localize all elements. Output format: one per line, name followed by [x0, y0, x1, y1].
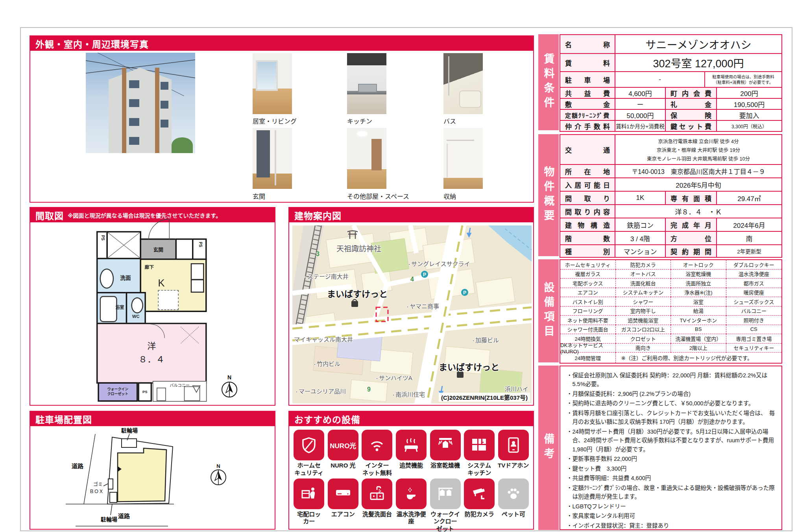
photo-storage [443, 128, 483, 189]
equipment-item: オートバス [616, 270, 671, 279]
row-label: 町内会費 [670, 88, 711, 98]
row-value: 賃料1か月分+消費税 [615, 121, 666, 131]
map-place-label: 浜川ハイ [505, 384, 528, 393]
map-place-text: まいばすけっと [327, 289, 388, 299]
equipment-item: 追焚機能浴室 [616, 316, 671, 325]
facility-label: 追焚機能 [399, 462, 423, 469]
equipment-footer-row: 24時間管理 ※（注）ご利用の際、別途カートリッジ代が必要です。 [560, 353, 781, 363]
door-edge [275, 130, 276, 185]
map-place-text: 浜川ハイ [505, 386, 528, 392]
overview-section-label: 物件概要 [541, 166, 556, 224]
row-value: 1K [615, 192, 666, 204]
kitchen-counter [191, 263, 204, 280]
equipment-item: 照明付き [726, 316, 782, 325]
equipment-item: 2階以上 [671, 344, 726, 353]
remark-item: ・保証会社原則加入 保証委託料 契約時：22,000円 月額：賃料総額の2.2%… [567, 371, 775, 389]
room-wic: ウォークイン クローゼット [98, 382, 138, 402]
room-yokushitsu: 浴室 [96, 292, 127, 324]
equipment-item: バストイレ別 [560, 297, 616, 307]
row-label: 賃料 [565, 58, 610, 68]
bathtub [459, 91, 481, 108]
photo-bath [443, 53, 483, 114]
equipment-item: 防犯カメラ [616, 260, 671, 270]
facility-label: 宅配ロッ カー [297, 511, 321, 526]
map-copyright: (C)2026ZENRIN(Z10LE第037号) [439, 393, 530, 402]
map-place-text: 加藤ビル [475, 337, 499, 344]
map-block-number: 3 [316, 251, 320, 258]
equipment-item: 浴室 [671, 297, 726, 307]
svg-text:N: N [227, 374, 231, 381]
equipment-item: 暖房便座 [726, 288, 782, 297]
balcony-unit [157, 388, 166, 401]
road-bottom-label: 道路 [118, 513, 130, 519]
rent-section-label: 賃料条件 [541, 53, 556, 111]
equipment-note: ※（注）ご利用の際、別途カートリッジ代が必要です。 [616, 353, 782, 363]
equipment-grid: ホームセキュリティ防犯カメラオートロックダブルロックキー複層ガラスオートバス浴室… [560, 260, 781, 353]
facility-item: 浴室乾燥機 [429, 430, 461, 477]
hatch-box [158, 290, 179, 310]
equipment-item: CS [726, 325, 782, 334]
equipment-item: バルコニー [726, 307, 782, 316]
map-block-number: 4 [410, 276, 414, 283]
facility-item: 防犯カメラ [464, 478, 495, 532]
rent-value: 302号室 127,000円 [615, 54, 781, 71]
doorphone-icon [498, 430, 529, 460]
paw-icon [498, 478, 529, 509]
map-poi-dot: ・ [471, 339, 475, 343]
row-label: 契約期間 [670, 246, 711, 256]
remark-item: ・LGBTQフレンドリー [567, 502, 775, 511]
remark-item: ・24時間サポート費用（月額）330円が必要です。5月12日以降に入居申込の場合… [567, 427, 775, 454]
row-label: 所在地 [565, 166, 610, 176]
map-place-label: ・竹内ビル [313, 359, 340, 368]
map-place-label: ・サンハイツA [375, 373, 412, 382]
map-place-text: 竹内ビル [317, 360, 340, 367]
photos-header: 外観・室内・周辺環境写真 [30, 36, 533, 51]
transit-line: 東京モノレール羽田 大井競馬場前駅 徒歩 10分 [647, 155, 750, 162]
map-title: 建物案内図 [294, 209, 342, 222]
remark-item: ・契約時に退去時のクリーニング費として、￥50,000が必要となります。 [567, 399, 775, 408]
equipment-item: 都市ガス [726, 279, 782, 288]
address-value: 〒140-0013 東京都品川区南大井１丁目４－９ [615, 165, 781, 177]
room-label: 玄関 [141, 246, 175, 253]
photos-title: 外観・室内・周辺環境写真 [35, 37, 149, 50]
map-place-label: ・南浜川住宅 [392, 390, 425, 398]
kitchen-icon [464, 430, 495, 460]
table-row: 仲介手数料 賃料1か月分+消費税 鍵セット費 3,300円（税込） [560, 120, 781, 131]
equipment-item: BS [671, 325, 726, 334]
photos-section: 外観・室内・周辺環境写真 [30, 35, 534, 203]
row-label: 建物構造 [565, 220, 610, 230]
mirror [257, 130, 270, 177]
building-window [129, 137, 139, 145]
remark-item: ・共益費等明細：共益費 4,600円 [567, 474, 775, 482]
sink [358, 84, 377, 92]
room-label: K [158, 277, 164, 289]
building-window [161, 82, 168, 90]
equipment-item: TVインターホン [671, 316, 726, 325]
remark-item: ・月額保証委託料：2,906円 (2.2%プランの場合) [567, 390, 775, 398]
map-labels-layer: 天祖諏訪神社・ステージ南大井・サングレイスサクライまいばすけっと・ヤマニ商事マイ… [292, 225, 532, 403]
ceiling-light [357, 131, 368, 137]
floorplan-title: 間取図 [35, 209, 64, 222]
map-place-text: マイキャッスル南大井 [294, 336, 353, 343]
facility-item: NURO光NURO 光 [327, 430, 359, 477]
equipment-item: フローリング [560, 307, 616, 316]
photo-caption: キッチン [347, 116, 372, 126]
photo-caption: 玄関 [253, 191, 265, 201]
floorplan-header: 間取図 ※図面と現況が異なる場合は現況を優先させていただきます。 [30, 208, 275, 222]
map-place-label: ・サングレイスサクライ [407, 259, 470, 268]
trash-box [108, 479, 113, 489]
row-label: 方位 [670, 233, 711, 243]
photo-caption: その他部屋・スペース [347, 191, 409, 201]
equipment-item: 24時間管理 [560, 353, 616, 363]
parking-note-line: 駐車場使用の場合は、別途手数料 [707, 74, 779, 79]
remarks-section-label: 備考 [541, 433, 556, 462]
room-label: 廊下 [144, 263, 154, 270]
room-label: ウォークイン クローゼット [99, 387, 137, 396]
map-place-text: 天祖諏訪神社 [336, 245, 381, 253]
map-place-text: まいばすけっと [439, 362, 499, 372]
equipment-item: ガスコンロ2口以上 [616, 325, 671, 334]
building-window [161, 101, 168, 109]
row-label: 階数 [565, 233, 610, 243]
remarks-section-strip: 備考 [538, 366, 559, 530]
row-label: 完成年月 [670, 220, 711, 230]
